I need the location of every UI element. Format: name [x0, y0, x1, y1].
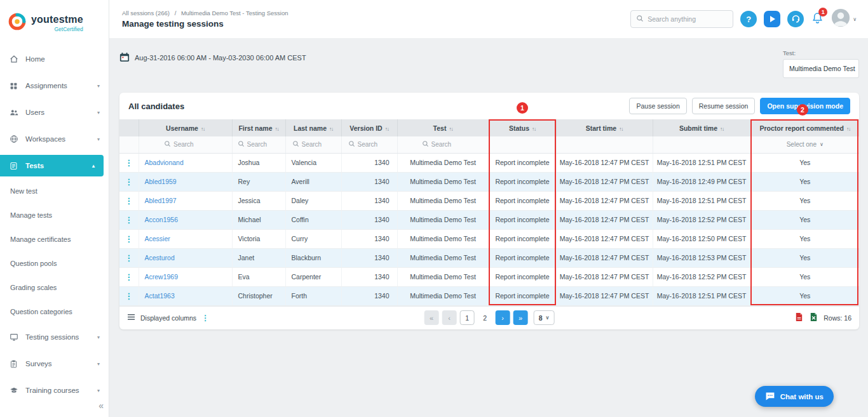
row-menu-icon[interactable]: ⋮	[125, 215, 133, 225]
sidebar-subitem-manage-certificates[interactable]: Manage certificates	[0, 227, 109, 251]
sidebar-item-workspaces[interactable]: Workspaces▾	[0, 126, 109, 152]
columns-menu-icon[interactable]: ⋮	[201, 314, 209, 322]
help-button[interactable]: ?	[740, 11, 757, 27]
row-menu-icon[interactable]: ⋮	[125, 177, 133, 187]
sidebar-item-testing-sessions[interactable]: Testing sessions▾	[0, 324, 109, 350]
calendar-icon	[119, 52, 130, 63]
sidebar-item-users[interactable]: Users▾	[0, 99, 109, 126]
date-range-text: Aug-31-2016 06:00 AM - May-03-2030 06:00…	[135, 54, 306, 62]
username-link[interactable]: Abled1997	[145, 197, 177, 204]
column-header-test[interactable]: Test↑↓	[397, 119, 489, 136]
annotation-badge-1: 1	[517, 102, 528, 114]
export-excel-icon[interactable]	[809, 312, 818, 323]
column-header-first-name[interactable]: First name↑↓	[232, 119, 285, 136]
chevron-down-icon: ▾	[97, 388, 100, 394]
username-link[interactable]: Abled1959	[145, 178, 177, 185]
test-filter: Test: Multimedia Demo Test	[783, 50, 859, 78]
headset-icon	[791, 13, 801, 25]
username-link[interactable]: Acesturod	[145, 254, 175, 261]
notifications-button[interactable]: 1	[811, 11, 824, 27]
column-header-proctor-report-commented[interactable]: Proctor report commented↑↓	[750, 119, 859, 136]
sort-icon: ↑↓	[385, 126, 389, 132]
filter-select-proctor-report-commented[interactable]: Select one∨	[751, 141, 860, 148]
support-button[interactable]	[787, 11, 804, 27]
first-name-cell: Janet	[232, 248, 285, 267]
row-menu-icon[interactable]: ⋮	[125, 234, 133, 244]
search-icon	[238, 140, 245, 149]
user-menu[interactable]: ∨	[831, 8, 857, 30]
sidebar-item-label: Surveys	[25, 360, 52, 367]
row-menu-icon[interactable]: ⋮	[125, 253, 133, 263]
filter-input-version-id[interactable]	[358, 141, 391, 148]
page-button-2[interactable]: 2	[478, 310, 492, 325]
username-link[interactable]: Acessier	[145, 235, 170, 242]
candidates-card: All candidates Pause session Resume sess…	[119, 93, 859, 329]
page-size-select[interactable]: 8 ∨	[534, 310, 555, 325]
column-header-status[interactable]: Status↑↓	[489, 119, 556, 136]
column-header-username[interactable]: Username↑↓	[139, 119, 232, 136]
status-cell: Report incomplete	[489, 229, 556, 248]
table-row: ⋮Abled1959ReyAverill1340Multimedia Demo …	[119, 172, 859, 191]
chevron-down-icon: ▾	[97, 110, 100, 116]
sidebar-item-training-courses[interactable]: Training courses▾	[0, 377, 109, 404]
status-cell: Report incomplete	[489, 286, 556, 305]
row-menu-icon[interactable]: ⋮	[125, 158, 133, 168]
start-time-cell: May-16-2018 12:47 PM CEST	[556, 229, 653, 248]
pause-session-button[interactable]: Pause session	[629, 98, 686, 114]
filter-input-last-name[interactable]	[302, 141, 335, 148]
test-filter-value[interactable]: Multimedia Demo Test	[783, 59, 859, 78]
resume-session-button[interactable]: Resume session	[692, 98, 756, 114]
filter-input-test[interactable]	[431, 141, 465, 148]
pagination: « ‹ 12 › » 8 ∨	[424, 310, 555, 325]
app-logo[interactable]: youtestme GetCertified	[0, 0, 109, 46]
chevron-down-icon: ∨	[545, 315, 549, 321]
sidebar-subitem-manage-tests[interactable]: Manage tests	[0, 203, 109, 227]
first-name-cell: Eva	[232, 267, 285, 286]
tests-icon	[9, 162, 18, 170]
prev-page-button[interactable]: ‹	[442, 310, 457, 325]
row-menu-icon[interactable]: ⋮	[125, 272, 133, 282]
global-search-input[interactable]	[648, 15, 724, 23]
proctor-report-cell: Yes	[750, 191, 859, 210]
table-row: ⋮Abled1997JessicaDaley1340Multimedia Dem…	[119, 191, 859, 210]
displayed-columns-label[interactable]: Displayed columns	[140, 314, 196, 322]
filter-input-username[interactable]	[173, 141, 207, 148]
sidebar-subitem-grading-scales[interactable]: Grading scales	[0, 275, 109, 300]
test-cell: Multimedia Demo Test	[397, 191, 489, 210]
column-header-version-id[interactable]: Version ID↑↓	[341, 119, 397, 136]
sidebar-item-surveys[interactable]: Surveys▾	[0, 350, 109, 377]
next-page-button[interactable]: ›	[496, 310, 510, 325]
sidebar-subitem-question-pools[interactable]: Question pools	[0, 251, 109, 275]
sidebar-subitem-question-categories[interactable]: Question categories	[0, 300, 109, 324]
chat-button[interactable]: Chat with us	[755, 386, 834, 407]
username-link[interactable]: Accon1956	[145, 216, 179, 223]
row-menu-icon[interactable]: ⋮	[125, 196, 133, 206]
row-menu-icon[interactable]: ⋮	[125, 291, 133, 301]
table-row: ⋮Acrew1969EvaCarpenter1340Multimedia Dem…	[119, 267, 859, 286]
sidebar-item-assignments[interactable]: Assignments▾	[0, 72, 109, 99]
start-time-cell: May-16-2018 12:47 PM CEST	[556, 172, 653, 191]
first-page-button[interactable]: «	[424, 310, 439, 325]
filter-input-first-name[interactable]	[247, 141, 280, 148]
sidebar-collapse-button[interactable]: «	[98, 400, 104, 411]
column-header-submit-time[interactable]: Submit time↑↓	[653, 119, 750, 136]
tutorials-button[interactable]	[764, 11, 780, 27]
page-button-1[interactable]: 1	[460, 310, 475, 325]
breadcrumb-all-sessions[interactable]: All sessions (266)	[122, 10, 170, 17]
sidebar-subitem-new-test[interactable]: New test	[0, 179, 109, 203]
username-link[interactable]: Abadvionand	[145, 159, 184, 166]
last-page-button[interactable]: »	[513, 310, 528, 325]
column-header-last-name[interactable]: Last name↑↓	[285, 119, 341, 136]
sidebar-item-home[interactable]: Home	[0, 46, 109, 72]
table-footer: Displayed columns ⋮ « ‹ 12 › » 8 ∨	[119, 306, 859, 329]
submit-time-cell: May-16-2018 12:51 PM CEST	[653, 153, 750, 172]
chevron-down-icon: ∨	[853, 17, 857, 22]
username-link[interactable]: Acrew1969	[145, 273, 179, 281]
export-pdf-icon[interactable]	[794, 312, 804, 323]
training-icon	[9, 386, 18, 395]
column-header-start-time[interactable]: Start time↑↓	[556, 119, 653, 136]
first-name-cell: Victoria	[232, 229, 285, 248]
sidebar-item-tests[interactable]: Tests▴	[0, 155, 104, 176]
global-search[interactable]	[630, 10, 733, 28]
username-link[interactable]: Actat1963	[145, 292, 175, 300]
